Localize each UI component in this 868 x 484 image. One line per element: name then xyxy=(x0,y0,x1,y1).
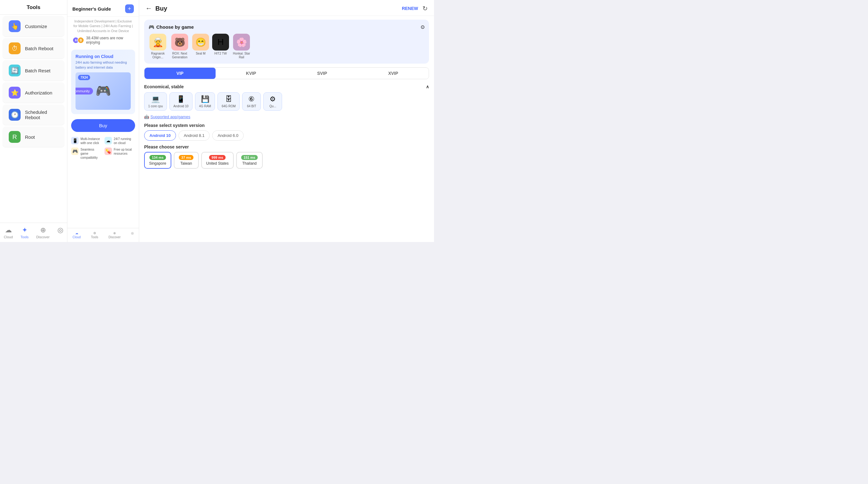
renew-button[interactable]: RENEW xyxy=(402,6,418,11)
mid-tools-icon: ⚙ xyxy=(93,231,96,235)
server-option-taiwan[interactable]: 37 ms Taiwan xyxy=(174,152,199,169)
buy-button[interactable]: Buy xyxy=(71,119,135,132)
tool-item-root[interactable]: R Root xyxy=(2,127,65,148)
spec-icon-3: 🗄 xyxy=(225,95,232,103)
server-ping-thailand: 151 ms xyxy=(241,155,258,160)
feature-icon-3: 💊 xyxy=(104,148,112,155)
nav-discover[interactable]: ⊕ Discover xyxy=(36,226,50,239)
feature-icon-2: 🎮 xyxy=(71,148,79,155)
mid-nav-user[interactable]: ◎ xyxy=(131,231,134,239)
vip-tab-vip[interactable]: VIP xyxy=(145,68,216,79)
feature-text-0: Multi-Instance with one click xyxy=(81,137,102,145)
server-name-taiwan: Taiwan xyxy=(180,161,192,166)
game-item-ragnarok[interactable]: 🧝 Ragnarok Origin... xyxy=(149,34,167,59)
user-icon: ◎ xyxy=(57,226,63,234)
buy-header: ← Buy RENEW ↻ xyxy=(139,0,434,16)
game-name-seal-m: Seal M xyxy=(196,52,205,56)
features-grid: 📱 Multi-Instance with one click ☁ 24/7 r… xyxy=(67,134,139,162)
expand-icon[interactable]: ⊙ xyxy=(421,24,425,30)
guide-add-button[interactable]: + xyxy=(125,4,134,13)
tool-label-root: Root xyxy=(25,134,35,140)
feature-item-2: 🎮 Seamless game compatibility xyxy=(71,148,102,160)
tools-panel: Tools 👆 Customize ⏱ Batch Reboot 🔄 Batch… xyxy=(0,0,67,242)
mid-discover-label: Discover xyxy=(108,235,121,239)
spec-chip-4[interactable]: ⑥ 64 BIT xyxy=(242,92,261,111)
choose-game-header: 🎮 Choose by game ⊙ xyxy=(149,24,425,30)
spec-chip-2[interactable]: 💾 4G RAM xyxy=(195,92,215,111)
economical-label: Economical, stable ∧ xyxy=(139,83,434,92)
guide-title: Beginner's Guide xyxy=(72,6,111,11)
feature-item-0: 📱 Multi-Instance with one click xyxy=(71,137,102,145)
game-item-honkai[interactable]: 🌸 Honkai: Star Rail xyxy=(232,34,251,59)
mid-cloud-label: Cloud xyxy=(72,235,81,239)
tool-icon-customize: 👆 xyxy=(9,20,21,32)
mid-nav-tools[interactable]: ⚙ Tools xyxy=(91,231,98,239)
vip-tab-xvip[interactable]: XVIP xyxy=(358,68,429,79)
game-item-rox[interactable]: 🐻 ROX: Next Generation xyxy=(170,34,189,59)
game-thumb-rox: 🐻 xyxy=(171,34,188,51)
nav-tools[interactable]: ✦ Tools xyxy=(21,226,29,239)
spec-icon-2: 💾 xyxy=(201,95,209,103)
feature-text-3: Free up local resources xyxy=(114,148,135,156)
server-option-united-states[interactable]: 999 ms United States xyxy=(201,152,234,169)
vip-tab-kvip[interactable]: KVIP xyxy=(216,68,287,79)
nav-cloud-label: Cloud xyxy=(4,235,13,239)
back-button[interactable]: ← xyxy=(145,4,152,12)
game-list: 🧝 Ragnarok Origin... 🐻 ROX: Next Generat… xyxy=(149,34,425,59)
spec-icon-5: ⚙ xyxy=(270,95,276,103)
tool-item-scheduled-reboot[interactable]: 🕐 Scheduled Reboot xyxy=(2,104,65,125)
tool-item-batch-reset[interactable]: 🔄 Batch Reset xyxy=(2,60,65,81)
spec-chip-1[interactable]: 📱 Android 10 xyxy=(169,92,192,111)
spec-chip-5[interactable]: ⚙ Qu... xyxy=(264,92,282,111)
tool-item-batch-reboot[interactable]: ⏱ Batch Reboot xyxy=(2,38,65,59)
nav-user[interactable]: ◎ xyxy=(57,226,63,239)
game-thumb-hit2tw: H xyxy=(212,34,229,51)
spec-chip-3[interactable]: 🗄 64G ROM xyxy=(217,92,240,111)
tools-title: Tools xyxy=(0,0,67,15)
vip-tab-svip[interactable]: SVIP xyxy=(287,68,358,79)
server-ping-singapore: 134 ms xyxy=(150,155,166,160)
server-options: 134 ms Singapore 37 ms Taiwan 999 ms Uni… xyxy=(144,152,429,169)
buy-page-title: Buy xyxy=(155,5,402,12)
spec-icon-0: 💻 xyxy=(151,95,160,103)
game-thumb-honkai: 🌸 xyxy=(233,34,250,51)
server-option-thailand[interactable]: 151 ms Thailand xyxy=(236,152,263,169)
promo-desc: 24H auto farming without needing battery… xyxy=(75,60,131,70)
supported-link[interactable]: 🤖 Supported app/games xyxy=(139,115,434,123)
spec-chip-0[interactable]: 💻 1 core cpu xyxy=(144,92,167,111)
game-icon: 🎮 xyxy=(149,24,154,30)
tool-label-customize: Customize xyxy=(25,24,47,29)
collapse-icon[interactable]: ∧ xyxy=(426,84,429,89)
discover-icon: ⊕ xyxy=(40,226,46,234)
spec-text-1: Android 10 xyxy=(174,104,188,108)
guide-subtitle: Independent Development | Exclusive for … xyxy=(67,17,139,35)
tool-icon-batch-reboot: ⏱ xyxy=(9,42,21,54)
server-ping-united-states: 999 ms xyxy=(209,155,225,160)
nav-discover-label: Discover xyxy=(36,235,50,239)
server-option-singapore[interactable]: 134 ms Singapore xyxy=(144,152,171,169)
tool-item-authorization[interactable]: ⭐ Authorization xyxy=(2,82,65,103)
game-name-ragnarok: Ragnarok Origin... xyxy=(149,52,167,59)
feature-icon-1: ☁ xyxy=(104,137,112,144)
promo-scene-icon: 🎮 xyxy=(95,84,111,98)
server-ping-taiwan: 37 ms xyxy=(179,155,193,160)
refresh-button[interactable]: ↻ xyxy=(423,5,428,12)
tool-label-scheduled-reboot: Scheduled Reboot xyxy=(25,109,58,120)
mid-nav-cloud[interactable]: ☁ Cloud xyxy=(72,231,81,239)
game-name-hit2tw: HIT2 TW xyxy=(214,52,227,56)
nav-cloud[interactable]: ☁ Cloud xyxy=(4,226,13,239)
mid-nav-discover[interactable]: ⊕ Discover xyxy=(108,231,121,239)
promo-title: Running on Cloud xyxy=(75,54,131,59)
bottom-nav: ☁ Cloud ✦ Tools ⊕ Discover ◎ xyxy=(0,223,67,242)
community-tooltip[interactable]: Community xyxy=(75,88,93,95)
game-thumb-seal-m: 😁 xyxy=(192,34,209,51)
sys-option-android81[interactable]: Android 8.1 xyxy=(179,130,210,141)
tool-item-customize[interactable]: 👆 Customize xyxy=(2,16,65,37)
server-title: Please choose server xyxy=(144,144,429,150)
game-item-seal-m[interactable]: 😁 Seal M xyxy=(192,34,209,59)
middle-bottom-nav: ☁ Cloud ⚙ Tools ⊕ Discover ◎ xyxy=(67,228,139,242)
sys-option-android10[interactable]: Android 10 xyxy=(144,130,176,141)
game-item-hit2tw[interactable]: H HIT2 TW xyxy=(212,34,229,59)
users-count-text: 38.43M users are now enjoying xyxy=(86,36,134,44)
sys-option-android60[interactable]: Android 6.0 xyxy=(212,130,244,141)
